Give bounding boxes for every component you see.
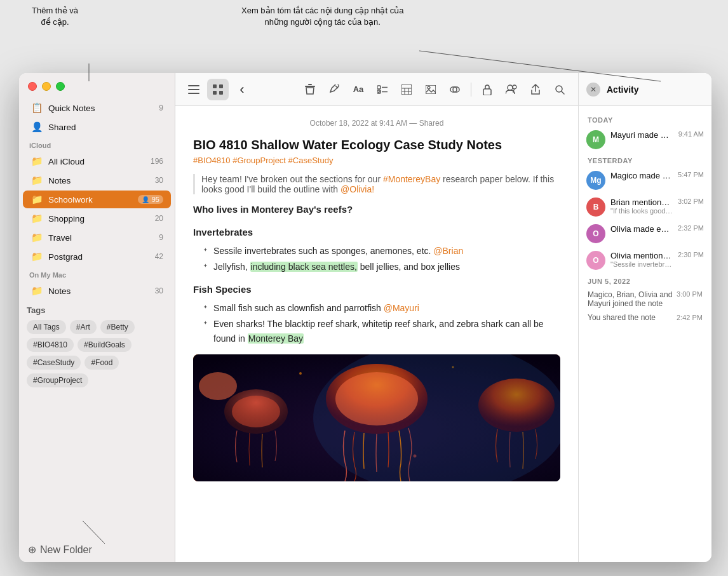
svg-point-23 <box>513 85 516 89</box>
olivia2-info: Olivia mentioned... "Sessile invertebrat… <box>610 251 673 268</box>
svg-point-20 <box>428 86 430 89</box>
svg-point-31 <box>232 396 280 427</box>
shopping-count: 20 <box>155 214 163 223</box>
activity-item-mayuri[interactable]: M Mayuri made ed... 9:41 AM <box>579 126 711 153</box>
schoolwork-icon: 📁 <box>30 193 43 206</box>
svg-rect-6 <box>219 91 223 95</box>
close-button[interactable] <box>28 82 37 91</box>
grid-view-button[interactable] <box>207 79 229 100</box>
main-content: ‹ Aa <box>175 73 578 562</box>
link-button[interactable] <box>444 79 466 100</box>
activity-item-olivia2[interactable]: O Olivia mentioned... "Sessile invertebr… <box>579 247 711 274</box>
shared-label: Shared <box>48 123 163 132</box>
tag-art[interactable]: #Art <box>70 320 97 334</box>
sidebar: 📋 Quick Notes 9 👤 Shared iCloud 📁 All iC… <box>19 73 175 562</box>
back-button[interactable]: ‹ <box>231 79 253 100</box>
shopping-icon: 📁 <box>30 212 43 225</box>
svg-rect-14 <box>401 84 412 95</box>
brian-avatar: B <box>586 198 605 217</box>
travel-label: Travel <box>48 233 156 243</box>
table-button[interactable] <box>396 79 417 100</box>
all-icloud-icon: 📁 <box>30 155 43 168</box>
shopping-label: Shopping <box>48 214 152 224</box>
sidebar-item-quick-notes[interactable]: 📋 Quick Notes 9 <box>23 99 171 117</box>
svg-rect-5 <box>213 91 217 95</box>
olivia-mention[interactable]: @Olivia! <box>340 184 374 194</box>
activity-item-olivia1[interactable]: O Olivia made edits 2:32 PM <box>579 220 711 247</box>
brian-info: Brian mentioned L... "If this looks good… <box>610 198 673 215</box>
all-icloud-label: All iCloud <box>48 157 148 166</box>
magico-info: Magico made edits <box>610 171 673 180</box>
minimize-button[interactable] <box>42 82 51 91</box>
svg-point-35 <box>452 366 454 368</box>
tags-title: Tags <box>27 305 167 315</box>
montereybay-link[interactable]: #MontereyBay <box>383 174 440 184</box>
joined-note-event: Magico, Brian, Olivia and Mayuri joined … <box>579 288 711 311</box>
media-button[interactable] <box>420 79 442 100</box>
tag-all-tags[interactable]: All Tags <box>27 320 66 334</box>
sidebar-item-postgrad[interactable]: 📁 Postgrad 42 <box>23 248 171 265</box>
tags-section: Tags All Tags #Art #Betty #BIO4810 #Buil… <box>19 300 175 392</box>
notes-mac-count: 30 <box>155 286 163 295</box>
note-intro: Hey team! I've broken out the sections f… <box>193 174 560 194</box>
sidebar-item-notes[interactable]: 📁 Notes 30 <box>23 171 171 189</box>
svg-rect-0 <box>188 85 199 86</box>
people-button[interactable] <box>501 79 522 100</box>
tag-food[interactable]: #Food <box>84 356 119 370</box>
mayuri-mention[interactable]: @Mayuri <box>384 303 419 313</box>
brian-mention[interactable]: @Brian <box>433 246 463 256</box>
notes-mac-label: Notes <box>48 286 152 296</box>
jellyfish-image <box>193 354 560 481</box>
olivia1-avatar: O <box>586 224 605 243</box>
checklist-button[interactable] <box>372 79 393 100</box>
activity-item-brian[interactable]: B Brian mentioned L... "If this looks go… <box>579 194 711 220</box>
format-text-button[interactable]: Aa <box>347 79 369 100</box>
sidebar-item-all-icloud[interactable]: 📁 All iCloud 196 <box>23 152 171 170</box>
search-button[interactable] <box>549 79 570 100</box>
schoolwork-label: Schoolwork <box>48 195 135 204</box>
share-button[interactable] <box>525 79 546 100</box>
activity-item-magico[interactable]: Mg Magico made edits 5:47 PM <box>579 167 711 194</box>
list-view-button[interactable] <box>183 79 205 100</box>
notes-label: Notes <box>48 176 152 185</box>
lock-button[interactable] <box>476 79 498 100</box>
sidebar-item-travel[interactable]: 📁 Travel 9 <box>23 229 171 246</box>
sidebar-item-notes-mac[interactable]: 📁 Notes 30 <box>23 282 171 300</box>
travel-icon: 📁 <box>30 231 43 244</box>
sidebar-item-schoolwork[interactable]: 📁 Schoolwork 👤 95 <box>23 191 171 208</box>
bullet-4: Even sharks! The blacktip reef shark, wh… <box>203 317 560 345</box>
icloud-section-label: iCloud <box>19 137 175 152</box>
activity-body: TODAY M Mayuri made ed... 9:41 AM YESTER… <box>579 106 711 562</box>
svg-point-34 <box>299 372 302 375</box>
schoolwork-badge: 👤 95 <box>138 195 163 204</box>
svg-rect-19 <box>426 85 436 94</box>
svg-rect-7 <box>308 84 312 85</box>
tooltip-tags: Thêm thẻ và đề cập. <box>32 5 78 28</box>
compose-button[interactable] <box>323 79 345 100</box>
delete-button[interactable] <box>299 79 321 100</box>
bullet-2: Jellyfish, including black sea nettles, … <box>203 260 560 274</box>
svg-rect-21 <box>483 89 491 95</box>
mayuri-time: 9:41 AM <box>678 130 704 138</box>
tag-casestudy[interactable]: #CaseStudy <box>27 356 81 370</box>
olivia2-preview: "Sessile invertebrates... <box>610 260 673 268</box>
activity-title: Activity <box>607 84 639 95</box>
sidebar-item-shared[interactable]: 👤 Shared <box>23 118 171 136</box>
tag-bio4810[interactable]: #BIO4810 <box>27 338 74 352</box>
tag-buildgoals[interactable]: #BuildGoals <box>78 338 131 352</box>
svg-rect-1 <box>188 89 199 90</box>
maximize-button[interactable] <box>56 82 65 91</box>
tag-betty[interactable]: #Betty <box>100 320 135 334</box>
svg-point-29 <box>335 372 418 425</box>
tag-groupproject[interactable]: #GroupProject <box>27 373 88 387</box>
svg-rect-2 <box>188 93 199 94</box>
invertebrates-list: Sessile invertebrates such as sponges, a… <box>203 244 560 274</box>
svg-point-22 <box>508 85 513 90</box>
svg-point-32 <box>478 378 555 432</box>
today-label: TODAY <box>579 112 711 126</box>
fish-list: Small fish such as clownfish and parrotf… <box>203 301 560 345</box>
new-folder-button[interactable]: ⊕ New Folder <box>19 539 175 562</box>
sidebar-item-shopping[interactable]: 📁 Shopping 20 <box>23 210 171 227</box>
activity-close-button[interactable]: ✕ <box>586 83 600 97</box>
notes-icon: 📁 <box>30 174 43 187</box>
